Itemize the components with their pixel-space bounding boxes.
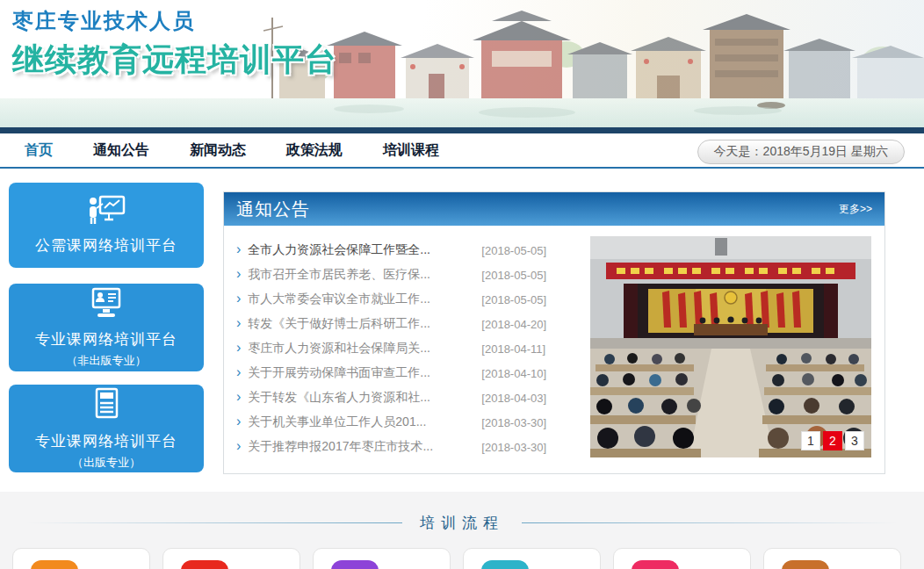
chevron-right-icon: › [236,438,241,454]
news-item[interactable]: ›枣庄市人力资源和社会保障局关...[2018-04-11] [235,336,590,361]
chevron-right-icon: › [236,364,241,380]
sidebar-button-label: 专业课网络培训平台 [35,431,177,451]
divider-line-right [522,522,898,523]
sidebar: 公需课网络培训平台 专业课网络培训平台 （非出版专 [9,183,204,474]
publishing-course-platform-button[interactable]: 专业课网络培训平台 （出版专业） [9,385,204,472]
notice-panel-header: 通知公告 更多>> [224,192,884,226]
monitor-profile-icon [87,287,126,322]
process-step-1[interactable]: 01 [12,548,150,569]
carousel-page-3[interactable]: 3 [845,431,864,450]
news-title[interactable]: 转发《关于做好博士后科研工作... [248,316,467,332]
step-2-icon [181,560,228,569]
news-title[interactable]: 关于推荐申报2017年枣庄市技术... [248,439,467,455]
chevron-right-icon: › [236,241,241,257]
site-title-line1: 枣庄专业技术人员 [12,7,337,35]
news-item[interactable]: ›关于机关事业单位工作人员201...[2018-03-30] [235,410,590,435]
process-step-4[interactable]: 04 [463,548,601,569]
main-nav: 首页 通知公告 新闻动态 政策法规 培训课程 今天是：2018年5月19日 星期… [0,133,924,169]
nav-item-home[interactable]: 首页 [25,141,53,160]
carousel-page-2[interactable]: 2 [823,431,842,450]
chevron-right-icon: › [236,315,241,331]
news-item[interactable]: ›我市召开全市居民养老、医疗保...[2018-05-05] [235,263,590,287]
news-item[interactable]: ›全市人力资源社会保障工作暨全...[2018-05-05] [235,238,590,263]
news-date: [2018-04-11] [481,342,545,356]
chevron-right-icon: › [236,414,241,429]
news-date: [2018-03-30] [481,416,546,429]
notice-panel: 通知公告 更多>> ›全市人力资源社会保障工作暨全...[2018-05-05]… [223,191,885,474]
process-step-3[interactable]: 03 [313,548,451,569]
presenter-board-icon [86,195,126,228]
public-course-platform-button[interactable]: 公需课网络培训平台 [9,183,204,268]
chevron-right-icon: › [236,266,241,282]
main-content: 公需课网络培训平台 专业课网络培训平台 （非出版专 [0,169,924,474]
nav-item-policies[interactable]: 政策法规 [286,141,343,160]
sidebar-button-sublabel: （出版专业） [72,455,141,471]
news-date: [2018-04-03] [481,392,546,405]
news-photo-carousel[interactable]: 1 2 3 [590,236,871,457]
meeting-photo [590,236,871,457]
process-step-2[interactable]: 02 [162,548,300,569]
divider-line-left [26,522,402,523]
process-step-6[interactable]: 06 [763,548,901,569]
top-divider-bar [0,127,924,133]
news-date: [2018-04-20] [481,318,546,331]
news-date: [2018-05-05] [481,269,546,282]
news-item[interactable]: ›关于转发《山东省人力资源和社...[2018-04-03] [235,385,590,410]
news-item[interactable]: ›市人大常委会审议全市就业工作...[2018-05-05] [235,287,590,312]
sidebar-button-label: 专业课网络培训平台 [35,329,177,349]
step-4-icon [481,560,529,569]
carousel-page-1[interactable]: 1 [801,431,820,450]
news-title[interactable]: 关于机关事业单位工作人员201... [248,414,467,430]
news-date: [2018-04-10] [481,367,546,380]
training-process-header: 培训流程 [0,513,924,533]
process-step-5[interactable]: 05 [613,548,751,569]
training-process-section: 培训流程 01 02 03 04 05 [0,492,924,569]
professional-course-platform-button[interactable]: 专业课网络培训平台 （非出版专业） [9,284,204,371]
sidebar-button-label: 公需课网络培训平台 [35,235,177,256]
chevron-right-icon: › [236,291,241,306]
step-1-icon [31,560,78,569]
news-title[interactable]: 全市人力资源社会保障工作暨全... [248,242,467,258]
news-date: [2018-03-30] [481,441,546,454]
news-title[interactable]: 枣庄市人力资源和社会保障局关... [248,341,467,357]
sidebar-button-sublabel: （非出版专业） [67,353,147,369]
process-steps: 01 02 03 04 05 06 [0,548,924,569]
news-item[interactable]: ›关于开展劳动保障书面审查工作...[2018-04-10] [235,361,590,385]
training-process-title: 培训流程 [420,513,504,533]
notice-panel-title: 通知公告 [236,198,310,221]
chevron-right-icon: › [236,389,241,405]
news-document-icon [89,387,124,424]
nav-item-notices[interactable]: 通知公告 [93,141,149,160]
nav-item-courses[interactable]: 培训课程 [383,141,439,160]
news-title[interactable]: 关于转发《山东省人力资源和社... [248,390,467,406]
more-link[interactable]: 更多>> [839,202,872,217]
date-display: 今天是：2018年5月19日 星期六 [697,140,905,164]
news-list: ›全市人力资源社会保障工作暨全...[2018-05-05] ›我市召开全市居民… [235,236,590,459]
news-title[interactable]: 市人大常委会审议全市就业工作... [248,292,467,307]
news-title[interactable]: 我市召开全市居民养老、医疗保... [248,267,467,283]
news-item[interactable]: ›转发《关于做好博士后科研工作...[2018-04-20] [235,312,590,336]
site-title-line2: 继续教育远程培训平台 [12,39,337,82]
step-6-icon [782,560,829,569]
step-3-icon [331,560,379,569]
notice-panel-body: ›全市人力资源社会保障工作暨全...[2018-05-05] ›我市召开全市居民… [224,226,884,473]
header-banner: 枣庄专业技术人员 继续教育远程培训平台 [0,0,924,127]
news-title[interactable]: 关于开展劳动保障书面审查工作... [248,365,467,381]
page: 枣庄专业技术人员 继续教育远程培训平台 首页 通知公告 新闻动态 政策法规 培训… [0,0,924,569]
carousel-pagination: 1 2 3 [801,431,864,450]
nav-item-news[interactable]: 新闻动态 [190,141,246,160]
news-item[interactable]: ›关于推荐申报2017年枣庄市技术...[2018-03-30] [235,435,590,459]
step-5-icon [632,560,679,569]
news-date: [2018-05-05] [481,244,546,257]
chevron-right-icon: › [236,340,241,356]
news-date: [2018-05-05] [481,293,546,306]
